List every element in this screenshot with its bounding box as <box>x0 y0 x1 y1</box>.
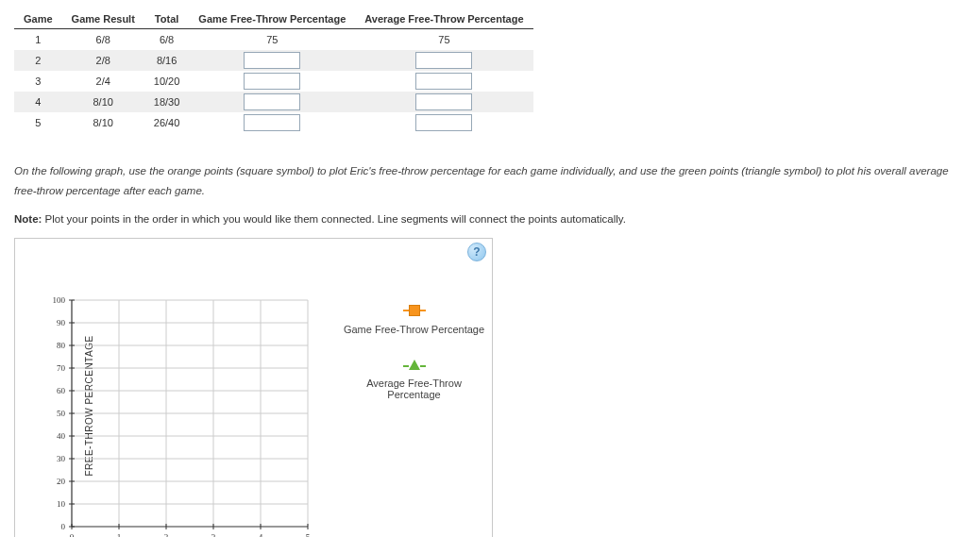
game-pct-input[interactable] <box>244 93 300 110</box>
svg-text:0: 0 <box>70 532 75 537</box>
avg-pct-value: 75 <box>355 29 532 51</box>
game-pct-input[interactable] <box>244 73 300 90</box>
game-pct-input[interactable] <box>244 52 300 69</box>
col-game: Game <box>14 9 62 29</box>
legend: Game Free-Throw Percentage Average Free-… <box>341 305 487 425</box>
table-row: 1 6/8 6/8 75 75 <box>14 29 533 51</box>
triangle-icon <box>409 360 420 370</box>
col-result: Game Result <box>62 9 144 29</box>
col-gamepct: Game Free-Throw Percentage <box>189 9 355 29</box>
square-icon <box>409 305 420 316</box>
svg-text:2: 2 <box>164 532 169 537</box>
legend-marker-triangle[interactable] <box>341 360 487 370</box>
note-label: Note: <box>14 213 42 225</box>
avg-pct-input[interactable] <box>415 73 472 90</box>
col-total: Total <box>144 9 190 29</box>
note-line: Note: Plot your points in the order in w… <box>14 213 966 225</box>
freethrow-table: Game Game Result Total Game Free-Throw P… <box>14 9 533 133</box>
chart-grid: 100 90 80 70 60 50 40 30 20 10 0 0 1 2 3… <box>34 291 317 537</box>
svg-text:4: 4 <box>259 532 263 537</box>
svg-text:90: 90 <box>57 318 66 327</box>
legend-marker-square[interactable] <box>341 305 487 316</box>
table-row: 3 2/4 10/20 <box>14 71 533 92</box>
svg-text:40: 40 <box>57 431 66 441</box>
instructions-text: On the following graph, use the orange p… <box>14 161 966 200</box>
svg-text:80: 80 <box>57 341 66 350</box>
note-text: Plot your points in the order in which y… <box>42 213 626 225</box>
game-pct-input[interactable] <box>244 114 300 131</box>
avg-pct-input[interactable] <box>415 114 472 131</box>
avg-pct-input[interactable] <box>415 93 472 110</box>
table-row: 4 8/10 18/30 <box>14 92 533 112</box>
svg-text:0: 0 <box>61 522 66 531</box>
legend-label-2: Average Free-Throw Percentage <box>341 378 487 400</box>
game-pct-value: 75 <box>189 29 355 51</box>
svg-text:100: 100 <box>53 295 66 305</box>
legend-label-1: Game Free-Throw Percentage <box>341 324 487 335</box>
svg-text:50: 50 <box>57 409 66 418</box>
avg-pct-input[interactable] <box>415 52 472 69</box>
svg-text:60: 60 <box>57 386 66 395</box>
help-icon[interactable]: ? <box>467 243 486 261</box>
svg-text:10: 10 <box>57 499 66 509</box>
col-avgpct: Average Free-Throw Percentage <box>355 9 532 29</box>
svg-text:30: 30 <box>57 454 66 463</box>
table-row: 2 2/8 8/16 <box>14 50 533 71</box>
svg-text:3: 3 <box>211 532 216 537</box>
svg-text:20: 20 <box>57 477 66 486</box>
plot-canvas[interactable]: ? FREE-THROW PERCENTAGE <box>14 238 493 537</box>
svg-text:5: 5 <box>306 532 311 537</box>
svg-text:1: 1 <box>117 532 122 537</box>
svg-text:70: 70 <box>57 363 66 373</box>
table-row: 5 8/10 26/40 <box>14 112 533 133</box>
